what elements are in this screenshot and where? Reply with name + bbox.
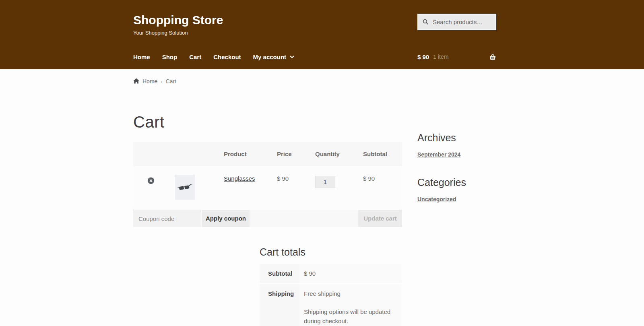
col-product: Product <box>217 142 270 167</box>
sunglasses-image <box>176 182 193 192</box>
subtotal-row: Subtotal $ 90 <box>260 264 402 284</box>
cart-actions-row: Apply coupon Update cart <box>133 210 402 227</box>
item-subtotal: $ 90 <box>357 167 402 208</box>
cart-content: Cart Product Price Quantity Subtotal <box>133 85 402 326</box>
cart-item-row: Sunglasses $ 90 $ 90 <box>133 167 402 208</box>
quantity-input[interactable] <box>315 176 335 188</box>
item-price: $ 90 <box>270 167 309 208</box>
subtotal-value: $ 90 <box>299 264 402 284</box>
product-name-link[interactable]: Sunglasses <box>224 175 255 182</box>
header-cart-widget[interactable]: $ 90 1 item <box>417 54 496 60</box>
nav-item-my-account[interactable]: My account <box>253 54 295 60</box>
sidebar: Archives September 2024 Categories Uncat… <box>417 85 496 203</box>
apply-coupon-button[interactable]: Apply coupon <box>202 210 250 227</box>
nav-item-home[interactable]: Home <box>133 54 150 60</box>
breadcrumb: Home › Cart <box>133 78 496 85</box>
cart-totals-title: Cart totals <box>260 246 402 258</box>
update-cart-button[interactable]: Update cart <box>358 210 402 227</box>
col-thumbnail <box>168 142 217 167</box>
home-icon <box>133 78 139 84</box>
col-quantity: Quantity <box>309 142 357 167</box>
site-tagline: Your Shopping Solution <box>133 30 223 36</box>
categories-title: Categories <box>417 177 496 188</box>
page-title: Cart <box>133 113 402 131</box>
nav-item-shop[interactable]: Shop <box>162 54 178 60</box>
basket-icon <box>489 54 496 60</box>
categories-widget: Categories Uncategorized <box>417 177 496 203</box>
nav-item-cart[interactable]: Cart <box>189 54 201 60</box>
breadcrumb-current: Cart <box>166 78 176 85</box>
nav-item-checkout[interactable]: Checkout <box>213 54 241 60</box>
product-search <box>417 14 496 30</box>
shipping-note: Shipping options will be updated during … <box>304 307 396 326</box>
nav-item-my-account-label[interactable]: My account <box>253 54 287 60</box>
shipping-method: Free shipping <box>304 290 396 297</box>
col-subtotal: Subtotal <box>357 142 402 167</box>
archives-widget: Archives September 2024 <box>417 132 496 158</box>
chevron-down-icon <box>290 56 294 58</box>
category-link-uncategorized[interactable]: Uncategorized <box>417 196 456 202</box>
coupon-code-input[interactable] <box>133 210 201 227</box>
cart-totals-section: Cart totals Subtotal $ 90 Shipping Free … <box>260 246 402 326</box>
subtotal-label: Subtotal <box>260 264 299 284</box>
shipping-row: Shipping Free shipping Shipping options … <box>260 284 402 326</box>
col-price: Price <box>270 142 309 167</box>
cart-item-count: 1 item <box>433 54 448 60</box>
archive-link-september-2024[interactable]: September 2024 <box>417 151 460 158</box>
primary-navigation: Home Shop Cart Checkout My account <box>133 54 294 60</box>
site-header: Shopping Store Your Shopping Solution Ho… <box>0 0 644 69</box>
breadcrumb-home-link[interactable]: Home <box>142 78 157 85</box>
remove-item-icon[interactable] <box>147 177 155 184</box>
site-title[interactable]: Shopping Store <box>133 14 223 27</box>
breadcrumb-separator: › <box>161 78 162 85</box>
cart-items-table: Product Price Quantity Subtotal <box>133 142 402 208</box>
cart-totals-table: Subtotal $ 90 Shipping Free shipping Shi… <box>260 264 402 326</box>
site-branding: Shopping Store Your Shopping Solution <box>133 14 223 36</box>
search-input[interactable] <box>417 14 496 30</box>
search-icon <box>423 19 429 25</box>
cart-total-amount: $ 90 <box>417 54 429 60</box>
archives-title: Archives <box>417 132 496 144</box>
cart-table-header-row: Product Price Quantity Subtotal <box>133 142 402 167</box>
shipping-label: Shipping <box>260 284 299 326</box>
col-remove <box>133 142 168 167</box>
product-thumbnail[interactable] <box>175 175 195 200</box>
